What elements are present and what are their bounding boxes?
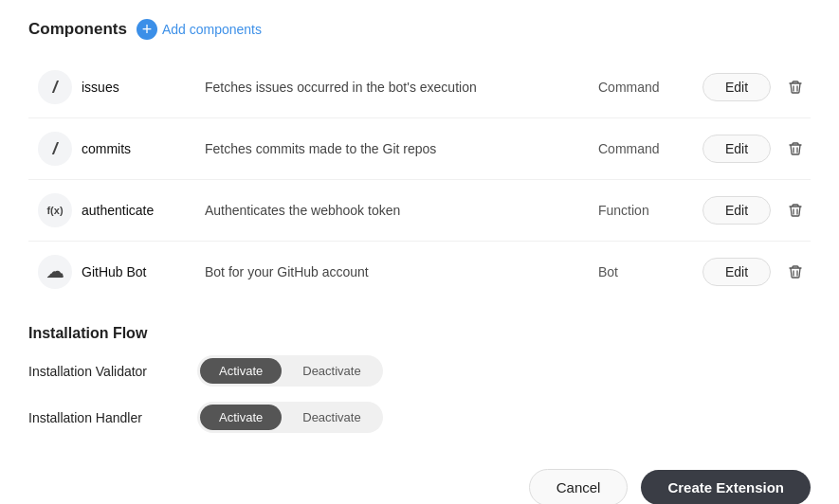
icon-circle: / <box>38 70 72 104</box>
component-type: Command <box>598 141 702 156</box>
edit-button[interactable]: Edit <box>702 73 771 101</box>
delete-button[interactable] <box>780 195 811 225</box>
installation-flow-rows: Installation Validator Activate Deactiva… <box>28 355 811 433</box>
trash-icon <box>788 80 803 95</box>
flow-row: Installation Validator Activate Deactiva… <box>28 355 811 387</box>
page-title: Components <box>28 20 127 39</box>
table-row: ☁ GitHub Bot Bot for your GitHub account… <box>28 242 811 302</box>
activate-button[interactable]: Activate <box>200 358 282 384</box>
trash-icon <box>788 264 803 279</box>
component-type: Command <box>598 80 702 95</box>
component-description: Authenticates the webhook token <box>205 203 598 218</box>
component-name: authenticate <box>82 203 205 218</box>
component-icon-issues: / <box>28 70 82 104</box>
component-description: Fetches commits made to the Git repos <box>205 141 598 156</box>
delete-button[interactable] <box>780 257 811 287</box>
flow-label: Installation Validator <box>28 364 180 379</box>
icon-circle: ☁ <box>38 255 72 289</box>
deactivate-button[interactable]: Deactivate <box>283 405 379 430</box>
table-row: / commits Fetches commits made to the Gi… <box>28 118 811 180</box>
cancel-button[interactable]: Cancel <box>529 469 629 504</box>
component-icon-github-bot: ☁ <box>28 255 82 289</box>
icon-circle: / <box>38 132 72 166</box>
trash-icon <box>788 141 803 156</box>
activate-button[interactable]: Activate <box>200 405 282 430</box>
component-description: Fetches issues occurred in the bot's exe… <box>205 80 598 95</box>
components-header: Components + Add components <box>28 19 811 40</box>
component-icon-commits: / <box>28 132 82 166</box>
trash-icon <box>788 203 803 218</box>
edit-button[interactable]: Edit <box>702 135 771 163</box>
component-name: GitHub Bot <box>82 264 205 279</box>
component-description: Bot for your GitHub account <box>205 264 598 279</box>
icon-circle: f(x) <box>38 193 72 227</box>
edit-button[interactable]: Edit <box>702 258 771 286</box>
component-icon-authenticate: f(x) <box>28 193 82 227</box>
component-name: issues <box>82 80 205 95</box>
table-row: / issues Fetches issues occurred in the … <box>28 57 811 118</box>
toggle-group: Activate Deactivate <box>197 402 383 433</box>
toggle-group: Activate Deactivate <box>197 355 383 387</box>
create-extension-button[interactable]: Create Extension <box>641 470 811 504</box>
edit-button[interactable]: Edit <box>702 196 771 225</box>
add-icon: + <box>137 19 157 40</box>
footer: Cancel Create Extension <box>28 459 811 504</box>
component-type: Function <box>598 203 702 218</box>
table-row: f(x) authenticate Authenticates the webh… <box>28 180 811 242</box>
flow-label: Installation Handler <box>28 410 180 425</box>
add-components-label: Add components <box>162 22 262 37</box>
component-name: commits <box>82 141 205 156</box>
delete-button[interactable] <box>780 134 811 164</box>
add-components-button[interactable]: + Add components <box>137 19 262 40</box>
deactivate-button[interactable]: Deactivate <box>283 358 379 384</box>
component-type: Bot <box>598 264 702 279</box>
flow-row: Installation Handler Activate Deactivate <box>28 402 811 433</box>
components-list: / issues Fetches issues occurred in the … <box>28 57 811 302</box>
installation-flow-title: Installation Flow <box>28 325 811 342</box>
delete-button[interactable] <box>780 72 811 102</box>
